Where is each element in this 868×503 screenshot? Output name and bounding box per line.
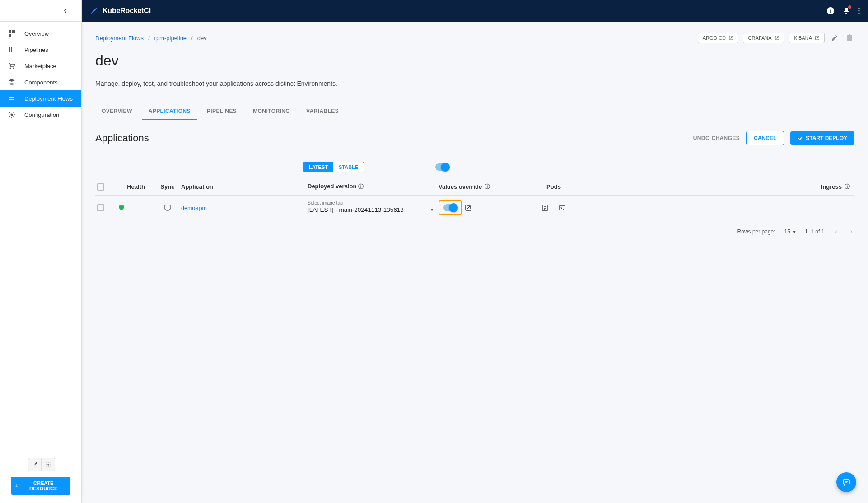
breadcrumb-separator: / xyxy=(148,35,150,42)
rows-per-page-value: 15 xyxy=(784,228,790,235)
breadcrumb: Deployment Flows / rpm-pipeline / dev xyxy=(95,35,207,42)
svg-rect-3 xyxy=(9,47,10,52)
grafana-link[interactable]: GRAFANA xyxy=(743,33,784,43)
rows-per-page-select[interactable]: 15 ▾ xyxy=(784,228,796,235)
footer-tool-gear-icon[interactable] xyxy=(42,458,55,471)
header-application: Application xyxy=(181,183,308,190)
sidebar-item-label: Marketplace xyxy=(24,63,56,70)
tab-pipelines[interactable]: PIPELINES xyxy=(201,103,243,120)
create-resource-label: CREATE RESOURCE xyxy=(21,480,66,491)
tab-monitoring[interactable]: MONITORING xyxy=(247,103,296,120)
sidebar: Overview Pipelines Marketplace Component… xyxy=(0,0,82,503)
svg-rect-19 xyxy=(560,205,565,210)
configuration-icon xyxy=(6,111,17,118)
info-icon[interactable]: ⓘ xyxy=(845,183,850,191)
sidebar-item-label: Configuration xyxy=(24,112,59,118)
sidebar-item-marketplace[interactable]: Marketplace xyxy=(0,58,81,74)
kibana-link[interactable]: KIBANA xyxy=(789,33,825,43)
tabs: OVERVIEW APPLICATIONS PIPELINES MONITORI… xyxy=(95,103,854,120)
sidebar-item-pipelines[interactable]: Pipelines xyxy=(0,42,81,58)
svg-rect-4 xyxy=(11,47,12,52)
svg-rect-9 xyxy=(9,99,14,100)
info-icon[interactable]: ⓘ xyxy=(358,183,364,190)
tab-overview[interactable]: OVERVIEW xyxy=(95,103,139,120)
edit-icon[interactable] xyxy=(829,33,840,43)
tab-applications[interactable]: APPLICATIONS xyxy=(142,103,197,120)
svg-rect-5 xyxy=(14,47,14,52)
sidebar-item-configuration[interactable]: Configuration xyxy=(0,107,81,123)
pagination-next[interactable]: › xyxy=(849,226,854,238)
svg-rect-0 xyxy=(9,30,11,33)
notifications-icon[interactable] xyxy=(843,7,850,15)
values-override-all-toggle[interactable] xyxy=(435,163,449,171)
version-filter-latest[interactable]: LATEST xyxy=(303,162,333,172)
brand[interactable]: KubeRocketCI xyxy=(90,7,151,15)
svg-point-7 xyxy=(13,68,14,69)
footer-tool-rocket-icon[interactable] xyxy=(28,458,42,471)
info-icon[interactable]: i xyxy=(826,7,835,15)
values-override-toggle[interactable] xyxy=(443,204,457,211)
breadcrumb-root[interactable]: Deployment Flows xyxy=(95,35,144,42)
more-menu-icon[interactable] xyxy=(858,7,860,14)
chat-fab[interactable] xyxy=(836,472,856,492)
delete-icon[interactable] xyxy=(845,33,854,43)
brand-name: KubeRocketCI xyxy=(103,7,151,15)
version-filter-stable[interactable]: STABLE xyxy=(333,162,364,172)
start-deploy-button[interactable]: START DEPLOY xyxy=(790,131,854,145)
sidebar-footer: + CREATE RESOURCE xyxy=(0,452,81,503)
svg-point-11 xyxy=(47,464,49,466)
tab-variables[interactable]: VARIABLES xyxy=(300,103,345,120)
plus-icon: + xyxy=(15,483,18,489)
page-title: dev xyxy=(95,52,854,69)
sidebar-item-components[interactable]: Components xyxy=(0,74,81,90)
sidebar-item-deployment-flows[interactable]: Deployment Flows xyxy=(0,90,81,107)
pod-terminal-icon[interactable] xyxy=(559,204,566,211)
svg-rect-8 xyxy=(9,97,14,98)
svg-point-16 xyxy=(858,13,859,14)
section-title: Applications xyxy=(95,132,149,144)
sidebar-item-label: Pipelines xyxy=(24,47,48,53)
header-pods: Pods xyxy=(546,183,561,190)
start-deploy-label: START DEPLOY xyxy=(806,135,847,141)
health-icon xyxy=(118,204,154,211)
image-tag-select[interactable]: Select image tag [LATEST] - main-2024111… xyxy=(308,200,433,215)
row-checkbox[interactable] xyxy=(97,204,104,211)
pod-logs-icon[interactable] xyxy=(541,204,549,211)
header-ingress: Ingress xyxy=(821,183,842,190)
header-health: Health xyxy=(118,183,154,190)
info-icon[interactable]: ⓘ xyxy=(485,183,490,191)
image-tag-label: Select image tag xyxy=(308,200,433,205)
image-tag-value: [LATEST] - main-20241113-135613 xyxy=(308,206,404,213)
argocd-link[interactable]: ARGO CD xyxy=(698,33,738,43)
sidebar-item-label: Overview xyxy=(24,30,49,37)
argocd-label: ARGO CD xyxy=(703,35,726,41)
deployment-flows-icon xyxy=(6,95,17,102)
sidebar-item-label: Deployment Flows xyxy=(24,95,73,102)
sidebar-item-overview[interactable]: Overview xyxy=(0,25,81,42)
breadcrumb-current: dev xyxy=(197,35,207,42)
pipelines-icon xyxy=(6,46,17,53)
sidebar-item-label: Components xyxy=(24,79,58,86)
undo-changes-button[interactable]: UNDO CHANGES xyxy=(693,135,740,141)
cancel-button[interactable]: CANCEL xyxy=(746,131,784,145)
open-in-new-icon[interactable] xyxy=(465,204,472,211)
application-link[interactable]: demo-rpm xyxy=(181,205,207,211)
page-description: Manage, deploy, test, and troubleshoot y… xyxy=(95,80,854,87)
values-override-highlight xyxy=(439,200,462,215)
check-icon xyxy=(798,135,803,141)
rows-per-page-label: Rows per page: xyxy=(737,228,775,235)
chevron-down-icon: ▾ xyxy=(431,207,433,212)
select-all-checkbox[interactable] xyxy=(97,183,104,191)
external-link-icon xyxy=(775,36,779,41)
breadcrumb-pipeline[interactable]: rpm-pipeline xyxy=(154,35,187,42)
external-link-icon xyxy=(728,36,733,41)
svg-rect-20 xyxy=(843,480,849,484)
collapse-sidebar-button[interactable] xyxy=(63,9,68,13)
pagination-prev[interactable]: ‹ xyxy=(833,226,839,238)
grafana-label: GRAFANA xyxy=(748,35,772,41)
svg-rect-2 xyxy=(9,34,11,37)
sync-spinner-icon xyxy=(164,204,171,211)
create-resource-button[interactable]: + CREATE RESOURCE xyxy=(11,477,70,495)
version-filter-segment: LATEST STABLE xyxy=(303,162,364,172)
header-sync: Sync xyxy=(154,183,181,190)
